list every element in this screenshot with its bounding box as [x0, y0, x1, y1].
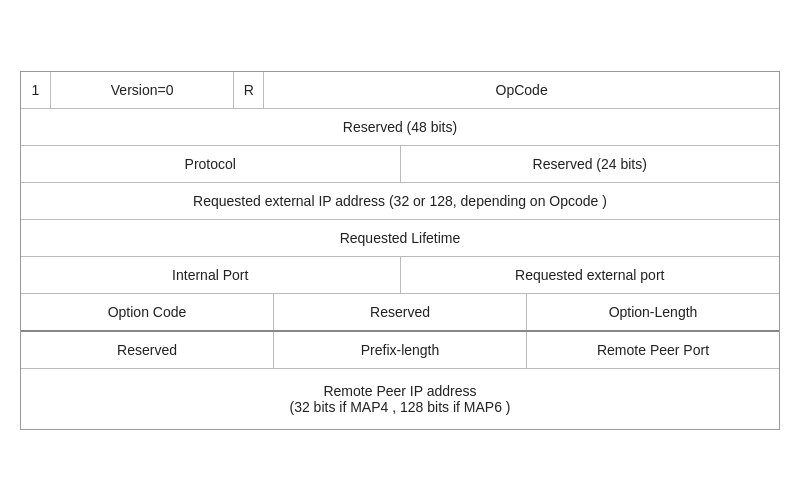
cell-8-prefix-length: Prefix-length	[274, 332, 527, 368]
cell-2-reserved: Reserved (48 bits)	[21, 109, 779, 145]
cell-8-remote-peer-port: Remote Peer Port	[527, 332, 779, 368]
cell-7-reserved: Reserved	[274, 294, 527, 330]
cell-1-flag: 1	[21, 72, 51, 108]
row-4: Requested external IP address (32 or 128…	[21, 183, 779, 220]
cell-6-ext-port: Requested external port	[401, 257, 780, 293]
cell-1-opcode-text: OpCode	[496, 82, 548, 98]
row-1: 1 Version=0 R OpCode	[21, 72, 779, 109]
cell-3-protocol-text: Protocol	[185, 156, 236, 172]
cell-7-option-code-text: Option Code	[108, 304, 187, 320]
cell-8-prefix-length-text: Prefix-length	[361, 342, 440, 358]
row-3: Protocol Reserved (24 bits)	[21, 146, 779, 183]
row-6: Internal Port Requested external port	[21, 257, 779, 294]
cell-1-version-text: Version=0	[111, 82, 174, 98]
row-2: Reserved (48 bits)	[21, 109, 779, 146]
cell-4-ext-ip: Requested external IP address (32 or 128…	[21, 183, 779, 219]
cell-1-r: R	[234, 72, 264, 108]
cell-1-flag-text: 1	[32, 82, 40, 98]
cell-9-remote-peer-ip-text: Remote Peer IP address (32 bits if MAP4 …	[290, 383, 511, 415]
cell-8-reserved: Reserved	[21, 332, 274, 368]
row-7: Option Code Reserved Option-Length	[21, 294, 779, 332]
row-9: Remote Peer IP address (32 bits if MAP4 …	[21, 369, 779, 429]
packet-diagram: 1 Version=0 R OpCode Reserved (48 bits) …	[20, 71, 780, 430]
row-5: Requested Lifetime	[21, 220, 779, 257]
cell-1-opcode: OpCode	[264, 72, 779, 108]
cell-5-lifetime-text: Requested Lifetime	[340, 230, 461, 246]
cell-7-reserved-text: Reserved	[370, 304, 430, 320]
cell-7-option-length-text: Option-Length	[609, 304, 698, 320]
cell-3-reserved24-text: Reserved (24 bits)	[533, 156, 647, 172]
cell-3-protocol: Protocol	[21, 146, 401, 182]
cell-6-internal-port-text: Internal Port	[172, 267, 248, 283]
cell-7-option-code: Option Code	[21, 294, 274, 330]
row-8: Reserved Prefix-length Remote Peer Port	[21, 332, 779, 369]
cell-7-option-length: Option-Length	[527, 294, 779, 330]
cell-8-remote-peer-port-text: Remote Peer Port	[597, 342, 709, 358]
cell-6-internal-port: Internal Port	[21, 257, 401, 293]
cell-8-reserved-text: Reserved	[117, 342, 177, 358]
cell-4-ext-ip-text: Requested external IP address (32 or 128…	[193, 193, 607, 209]
cell-2-reserved-text: Reserved (48 bits)	[343, 119, 457, 135]
cell-5-lifetime: Requested Lifetime	[21, 220, 779, 256]
cell-3-reserved24: Reserved (24 bits)	[401, 146, 780, 182]
cell-1-version: Version=0	[51, 72, 234, 108]
cell-9-remote-peer-ip: Remote Peer IP address (32 bits if MAP4 …	[21, 369, 779, 429]
cell-6-ext-port-text: Requested external port	[515, 267, 664, 283]
cell-1-r-text: R	[244, 82, 254, 98]
